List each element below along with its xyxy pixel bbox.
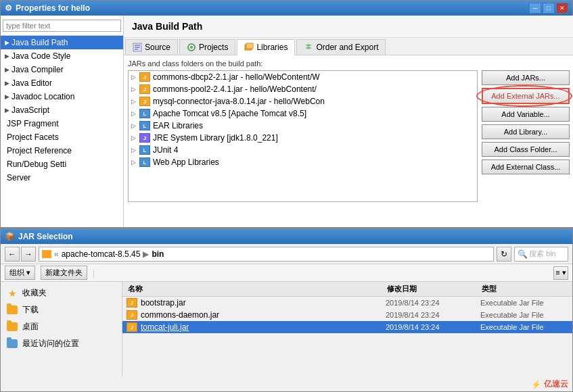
nav-item-java-compiler[interactable]: ▶ Java Compiler <box>1 63 123 76</box>
sidebar-item-label: 最近访问的位置 <box>22 338 79 349</box>
lib-icon: L <box>139 109 150 118</box>
nav-item-java-build-path[interactable]: ▶ Java Build Path <box>1 36 123 49</box>
nav-item-run-debug[interactable]: Run/Debug Setti <box>1 157 123 171</box>
close-button[interactable]: ✕ <box>556 3 568 14</box>
expand-icon: ▷ <box>131 98 137 105</box>
add-library-button[interactable]: Add Library... <box>482 124 570 139</box>
refresh-button[interactable]: ↻ <box>497 247 511 262</box>
tab-projects[interactable]: Projects <box>179 39 235 55</box>
organize-button[interactable]: 组织 ▾ <box>5 266 35 280</box>
minimize-button[interactable]: ─ <box>529 3 541 14</box>
toolbar-separator: | <box>93 268 95 278</box>
file-row-tomcat-juli[interactable]: J tomcat-juli.jar 2019/8/14 23:24 Execut… <box>122 321 572 333</box>
nav-item-jsp-fragment[interactable]: JSP Fragment <box>1 117 123 130</box>
source-icon <box>133 43 142 52</box>
sidebar-item-recent[interactable]: 最近访问的位置 <box>3 335 119 352</box>
add-external-jars-button[interactable]: Add External JARs... <box>482 88 570 104</box>
file-name: commons-daemon.jar <box>141 310 219 320</box>
jar-item-4[interactable]: ▷ L EAR Libraries <box>129 120 477 132</box>
jar-file-icon: J <box>139 72 150 82</box>
content-description: JARs and class folders on the build path… <box>128 59 570 68</box>
jar-item-6[interactable]: ▷ L JUnit 4 <box>129 144 477 156</box>
new-folder-button[interactable]: 新建文件夹 <box>41 266 87 280</box>
expand-icon: ▷ <box>131 147 137 153</box>
expand-arrow: ▶ <box>5 93 9 100</box>
add-jars-button[interactable]: Add JARs... <box>482 70 570 85</box>
jar-item-2[interactable]: ▷ J mysql-connector-java-8.0.14.jar - he… <box>129 95 477 107</box>
sidebar-item-desktop[interactable]: 桌面 <box>3 318 119 335</box>
folder-icon <box>7 305 18 314</box>
maximize-button[interactable]: □ <box>543 3 555 14</box>
file-toolbar: 组织 ▾ 新建文件夹 | ≡ ▾ <box>1 264 572 282</box>
jar-list[interactable]: ▷ J commons-dbcp2-2.1.jar - hello/WebCon… <box>128 70 478 202</box>
nav-item-label: Server <box>7 173 30 182</box>
sidebar-item-label: 收藏夹 <box>22 287 47 299</box>
top-titlebar: ⚙ Properties for hello ─ □ ✕ <box>1 1 572 16</box>
downloads-icon <box>6 305 18 316</box>
file-list-area: 名称 修改日期 类型 J bootstrap.jar 2019/8/14 23:… <box>122 282 572 376</box>
add-external-class-button[interactable]: Add External Class... <box>482 160 570 174</box>
file-row-bootstrap[interactable]: J bootstrap.jar 2019/8/14 23:24 Executab… <box>122 297 572 309</box>
nav-item-label: Java Build Path <box>12 38 68 47</box>
nav-item-label: JSP Fragment <box>7 119 58 128</box>
watermark-text: 亿速云 <box>544 378 568 390</box>
header-type[interactable]: 类型 <box>480 283 568 295</box>
favorites-icon: ★ <box>6 288 18 299</box>
path-segment-bin[interactable]: bin <box>152 249 164 259</box>
jar-item-label: mysql-connector-java-8.0.14.jar - hello/… <box>153 97 325 106</box>
properties-window: ⚙ Properties for hello ─ □ ✕ ▶ Java Buil… <box>0 0 573 228</box>
jar-item-0[interactable]: ▷ J commons-dbcp2-2.1.jar - hello/WebCon… <box>129 71 477 83</box>
file-browser: ★ 收藏夹 下载 桌面 最近访问的位置 <box>1 282 572 376</box>
back-button[interactable]: ← <box>5 247 20 262</box>
view-button[interactable]: ≡ ▾ <box>553 266 568 280</box>
expand-icon: ▷ <box>131 110 137 117</box>
watermark-icon: ⚡ <box>531 380 541 389</box>
filter-input[interactable] <box>3 20 121 32</box>
tab-libraries[interactable]: Libraries <box>237 39 295 55</box>
jar-file-icon: J <box>127 298 137 308</box>
nav-item-label: JavaScript <box>12 105 49 115</box>
expand-icon: ▷ <box>131 86 137 93</box>
add-class-folder-button[interactable]: Add Class Folder... <box>482 142 570 157</box>
nav-item-project-reference[interactable]: Project Reference <box>1 144 123 157</box>
address-bar: ← → « apache-tomcat-8.5.45 ▶ bin ↻ 🔍 搜索 … <box>1 244 572 264</box>
sidebar-item-favorites[interactable]: ★ 收藏夹 <box>3 285 119 301</box>
svg-point-5 <box>190 46 193 49</box>
sidebar-item-downloads[interactable]: 下载 <box>3 301 119 318</box>
file-row-commons-daemon[interactable]: J commons-daemon.jar 2019/8/14 23:24 Exe… <box>122 309 572 321</box>
nav-item-java-editor[interactable]: ▶ Java Editor <box>1 76 123 90</box>
search-box: 🔍 搜索 bin <box>514 247 568 262</box>
jar-item-3[interactable]: ▷ L Apache Tomcat v8.5 [Apache Tomcat v8… <box>129 107 477 120</box>
jar-item-label: commons-pool2-2.4.1.jar - hello/WebConte… <box>153 84 317 94</box>
file-name: tomcat-juli.jar <box>141 322 189 332</box>
left-nav-panel: ▶ Java Build Path ▶ Java Code Style ▶ Ja… <box>1 16 124 229</box>
recent-icon <box>6 339 18 349</box>
add-variable-button[interactable]: Add Variable... <box>482 107 570 122</box>
content-area: JARs and class folders on the build path… <box>124 55 573 207</box>
nav-item-javadoc-location[interactable]: ▶ Javadoc Location <box>1 90 123 103</box>
nav-item-label: Java Editor <box>12 78 52 88</box>
order-icon <box>304 43 313 52</box>
file-name-cell: J bootstrap.jar <box>127 298 386 308</box>
main-panel: Java Build Path Source Projects Librarie… <box>124 16 573 229</box>
jar-item-7[interactable]: ▷ L Web App Libraries <box>129 156 477 168</box>
tab-source[interactable]: Source <box>125 39 178 55</box>
nav-item-javascript[interactable]: ▶ JavaScript <box>1 103 123 117</box>
jar-selection-icon: 📦 <box>5 232 15 241</box>
jar-item-5[interactable]: ▷ J JRE System Library [jdk1.8.0_221] <box>129 132 477 144</box>
file-type: Executable Jar File <box>480 311 568 319</box>
forward-button[interactable]: → <box>21 247 36 262</box>
window-controls: ─ □ ✕ <box>529 3 568 14</box>
tab-order-export[interactable]: Order and Export <box>296 39 386 55</box>
header-date[interactable]: 修改日期 <box>386 283 480 295</box>
nav-item-java-code-style[interactable]: ▶ Java Code Style <box>1 49 123 63</box>
jar-item-1[interactable]: ▷ J commons-pool2-2.4.1.jar - hello/WebC… <box>129 83 477 95</box>
jar-item-label: Apache Tomcat v8.5 [Apache Tomcat v8.5] <box>153 109 306 118</box>
nav-item-server[interactable]: Server <box>1 171 123 185</box>
path-segment-tomcat[interactable]: apache-tomcat-8.5.45 <box>62 249 141 259</box>
nav-item-project-facets[interactable]: Project Facets <box>1 130 123 144</box>
file-name-cell: J tomcat-juli.jar <box>127 322 386 332</box>
sidebar-item-label: 下载 <box>22 304 39 316</box>
nav-item-label: Project Facets <box>7 132 59 142</box>
header-name[interactable]: 名称 <box>127 283 386 295</box>
